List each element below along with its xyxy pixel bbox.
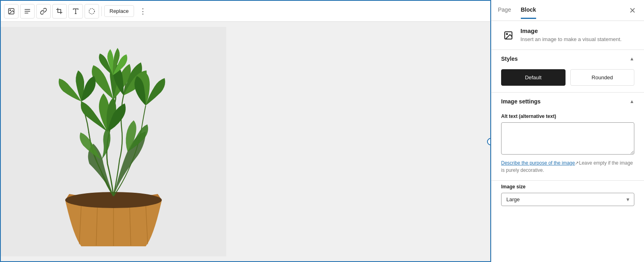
plant-svg [1, 27, 226, 256]
style-option-default[interactable]: Default [501, 69, 566, 86]
close-sidebar-button[interactable]: ✕ [627, 4, 638, 17]
close-icon: ✕ [629, 6, 636, 15]
styles-label: Styles [501, 56, 518, 62]
editor-area: Replace ⋮ [0, 0, 491, 262]
svg-point-1 [10, 10, 10, 10]
replace-button[interactable]: Replace [104, 5, 134, 17]
image-container [1, 22, 490, 261]
alt-text-help: Describe the purpose of the image↗Leave … [501, 159, 634, 174]
sidebar-panel: Page Block ✕ Image Insert an image to ma… [491, 0, 644, 262]
more-options-button[interactable]: ⋮ [136, 4, 150, 19]
more-icon: ⋮ [139, 7, 147, 16]
image-toolbar: Replace ⋮ [1, 1, 490, 22]
svg-point-7 [89, 8, 95, 14]
sidebar-tabs: Page Block ✕ [491, 0, 644, 21]
style-option-rounded[interactable]: Rounded [570, 69, 635, 86]
block-info: Image Insert an image to make a visual s… [491, 21, 644, 50]
crop-btn[interactable] [52, 4, 67, 19]
styles-grid: Default Rounded [491, 68, 644, 92]
styles-chevron-icon: ▲ [630, 56, 634, 62]
styles-section: Styles ▲ Default Rounded [491, 50, 644, 93]
block-icon [501, 28, 516, 43]
settings-content: Alt text (alternative text) Describe the… [491, 110, 644, 180]
selection-btn[interactable] [85, 4, 99, 19]
image-size-section: Image size Thumbnail Medium Large Full S… [491, 181, 644, 212]
block-description: Insert an image to make a visual stateme… [520, 36, 621, 43]
toolbar-divider [101, 6, 102, 16]
styles-section-header[interactable]: Styles ▲ [491, 50, 644, 68]
plant-image-wrapper [1, 27, 226, 256]
align-btn[interactable] [20, 4, 35, 19]
tab-page[interactable]: Page [498, 2, 511, 19]
resize-handle[interactable] [487, 138, 490, 145]
alt-text-label: Alt text (alternative text) [501, 113, 634, 119]
image-size-label: Image size [501, 184, 634, 190]
alt-text-help-link[interactable]: Describe the purpose of the image [501, 160, 575, 166]
tab-group: Page Block [498, 2, 536, 19]
block-text: Image Insert an image to make a visual s… [520, 27, 621, 43]
image-settings-section: Image settings ▲ Alt text (alternative t… [491, 93, 644, 181]
image-settings-header[interactable]: Image settings ▲ [491, 93, 644, 110]
size-select-wrapper: Thumbnail Medium Large Full Size ▼ [501, 193, 634, 206]
block-title: Image [520, 27, 621, 34]
image-settings-label: Image settings [501, 98, 541, 105]
image-size-select[interactable]: Thumbnail Medium Large Full Size [501, 193, 634, 206]
tab-block[interactable]: Block [521, 2, 536, 19]
image-icon-btn[interactable] [4, 4, 19, 19]
image-settings-chevron-icon: ▲ [630, 99, 634, 104]
text-btn[interactable] [68, 4, 83, 19]
link-btn[interactable] [36, 4, 51, 19]
svg-point-16 [506, 33, 508, 35]
alt-text-input[interactable] [501, 122, 634, 155]
